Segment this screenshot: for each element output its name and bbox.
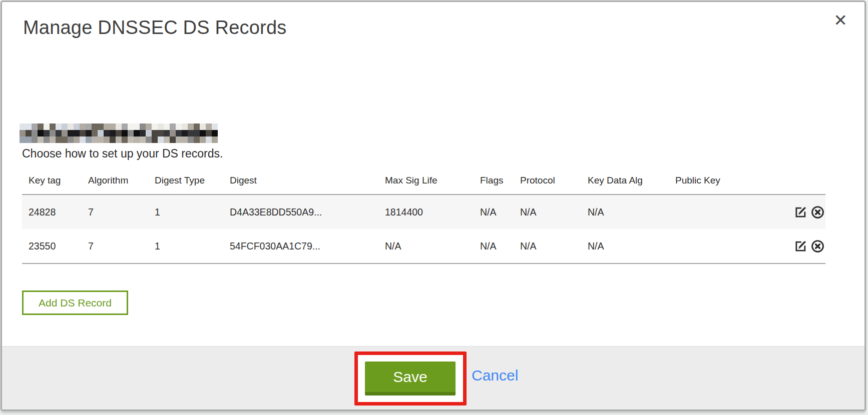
- table-row: 24828 7 1 D4A33E8DD550A9... 1814400 N/A …: [22, 194, 825, 229]
- cell-digest: 54FCF030AA1C79...: [223, 229, 378, 264]
- cell-max-sig-life: N/A: [378, 229, 474, 264]
- column-header: Max Sig Life: [378, 168, 474, 194]
- ds-records-table: Key tagAlgorithmDigest TypeDigestMax Sig…: [22, 168, 825, 264]
- cell-algorithm: 7: [82, 229, 148, 264]
- save-button[interactable]: Save: [365, 362, 456, 396]
- cell-max-sig-life: 1814400: [378, 194, 474, 229]
- table-header-row: Key tagAlgorithmDigest TypeDigestMax Sig…: [22, 168, 825, 194]
- column-header-actions: [784, 168, 825, 194]
- cell-key-tag: 24828: [22, 194, 82, 229]
- dialog-title: Manage DNSSEC DS Records: [23, 17, 286, 38]
- cell-flags: N/A: [474, 229, 514, 264]
- delete-record-icon[interactable]: [811, 240, 824, 253]
- close-icon[interactable]: ✕: [833, 12, 847, 28]
- column-header: Key Data Alg: [581, 168, 669, 194]
- cell-protocol: N/A: [514, 229, 581, 264]
- edit-record-icon[interactable]: [794, 206, 807, 219]
- cancel-link[interactable]: Cancel: [472, 367, 518, 384]
- add-ds-record-button[interactable]: Add DS Record: [22, 290, 128, 315]
- instruction-text: Choose how to set up your DS records.: [22, 147, 223, 160]
- cell-protocol: N/A: [514, 194, 581, 229]
- row-actions: [784, 194, 825, 229]
- cell-public-key: [669, 194, 784, 229]
- column-header: Public Key: [669, 168, 784, 194]
- ds-table-body: 24828 7 1 D4A33E8DD550A9... 1814400 N/A …: [22, 194, 825, 264]
- cell-digest: D4A33E8DD550A9...: [223, 194, 378, 229]
- cell-key-tag: 23550: [22, 229, 82, 264]
- cell-digest-type: 1: [148, 194, 223, 229]
- edit-record-icon[interactable]: [794, 240, 807, 253]
- column-header: Algorithm: [82, 168, 148, 194]
- cell-public-key: [669, 229, 784, 264]
- cell-key-data-alg: N/A: [581, 229, 669, 264]
- dialog-footer: Save Cancel: [2, 346, 864, 410]
- column-header: Digest Type: [148, 168, 223, 194]
- cell-key-data-alg: N/A: [581, 194, 669, 229]
- manage-dnssec-dialog: Manage DNSSEC DS Records ✕ Choose how to…: [1, 0, 866, 411]
- cell-digest-type: 1: [148, 229, 223, 264]
- table-row: 23550 7 1 54FCF030AA1C79... N/A N/A N/A …: [22, 229, 825, 264]
- save-highlight-annotation: Save: [354, 352, 467, 406]
- cell-algorithm: 7: [82, 194, 148, 229]
- column-header: Key tag: [22, 168, 82, 194]
- row-actions: [784, 229, 825, 264]
- column-header: Flags: [474, 168, 514, 194]
- column-header: Digest: [223, 168, 378, 194]
- redacted-domain-name: [20, 124, 218, 143]
- delete-record-icon[interactable]: [811, 206, 824, 219]
- cell-flags: N/A: [474, 194, 514, 229]
- column-header: Protocol: [514, 168, 581, 194]
